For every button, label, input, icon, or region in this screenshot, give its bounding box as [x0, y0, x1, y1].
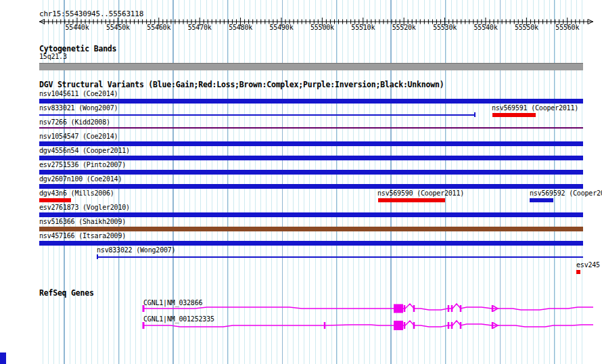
gene-exon-box[interactable]: [394, 304, 403, 313]
cytoband-name: 15q21.3: [39, 53, 67, 60]
variant-label[interactable]: nsv833021 (Wong2007): [39, 105, 118, 112]
ruler-label: 55550k: [506, 24, 547, 31]
gene-label[interactable]: CGNL1|NM_001252335: [143, 316, 214, 323]
variant-label[interactable]: nsv569590 (Cooper2011): [377, 190, 464, 197]
gene-exon-tick[interactable]: [413, 305, 415, 312]
variant-label[interactable]: esv2751536 (Pinto2007): [39, 162, 126, 168]
variant-label[interactable]: esv2761873 (Vogler2010): [39, 204, 130, 211]
refseq-genes-title: RefSeq Genes: [39, 290, 94, 297]
variant-label[interactable]: nsv1045611 (Coe2014): [39, 91, 118, 97]
variant-label[interactable]: nsv457166 (Itsara2009): [39, 233, 126, 240]
bottom-left-blue-marker: [0, 352, 6, 364]
ruler-label: 55480k: [221, 24, 261, 31]
gene-exon-tick[interactable]: [448, 305, 450, 312]
variant-label[interactable]: nsv516366 (Shaikh2009): [39, 219, 126, 225]
variant-label[interactable]: dgv4556n54 (Cooper2011): [39, 147, 130, 154]
gene-exon-tick[interactable]: [324, 322, 326, 329]
region-coordinates: chr15:55430945..55563118: [39, 10, 143, 18]
gene-exon-tick[interactable]: [460, 305, 462, 312]
ruler-label: 55500k: [302, 24, 342, 31]
variant-label[interactable]: nsv569592 (Cooper2011): [530, 190, 602, 197]
dgv-track-title: DGV Structural Variants (Blue:Gain;Red:L…: [39, 81, 444, 89]
gene-exon-tick[interactable]: [448, 322, 450, 329]
gene-exon-tick[interactable]: [413, 322, 415, 329]
ruler-label: 55520k: [384, 24, 424, 31]
ruler-label: 55490k: [261, 24, 302, 31]
gene-intron-line[interactable]: [143, 304, 593, 310]
gene-exon-tick[interactable]: [460, 322, 462, 329]
ruler-label: 55560k: [547, 24, 588, 31]
ruler-label: 55530k: [425, 24, 465, 31]
ruler-label: 55540k: [465, 24, 506, 31]
gene-exon-tick[interactable]: [451, 305, 453, 312]
variant-label[interactable]: dgv2607n100 (Coe2014): [39, 176, 122, 183]
variant-label[interactable]: dgv43n6 (Mills2006): [39, 190, 114, 197]
ruler-label: 55460k: [139, 24, 179, 31]
variant-label[interactable]: nsv569591 (Cooper2011): [492, 105, 578, 112]
ruler-label: 55510k: [343, 24, 384, 31]
variant-label[interactable]: nsv7266 (Kidd2008): [39, 119, 110, 126]
variant-label[interactable]: esv245: [576, 262, 600, 269]
gene-exon-tick[interactable]: [451, 322, 453, 329]
gene-start-tick: [143, 322, 145, 329]
cytogenetic-bands-title: Cytogenetic Bands: [39, 45, 116, 53]
ruler-label: 55470k: [179, 24, 220, 31]
variant-label[interactable]: nsv1054547 (Coe2014): [39, 133, 118, 140]
gene-exon-tick[interactable]: [404, 305, 406, 312]
gene-exon-box[interactable]: [394, 321, 403, 330]
genome-browser-view: { "header": { "region": "chr15:55430945.…: [0, 0, 602, 364]
variant-label[interactable]: nsv833022 (Wong2007): [97, 247, 175, 254]
gene-exon-tick[interactable]: [404, 322, 406, 329]
ruler-label: 55440k: [57, 24, 97, 31]
gene-label[interactable]: CGNL1|NM_032866: [143, 300, 202, 306]
ruler-label: 55450k: [97, 24, 138, 31]
